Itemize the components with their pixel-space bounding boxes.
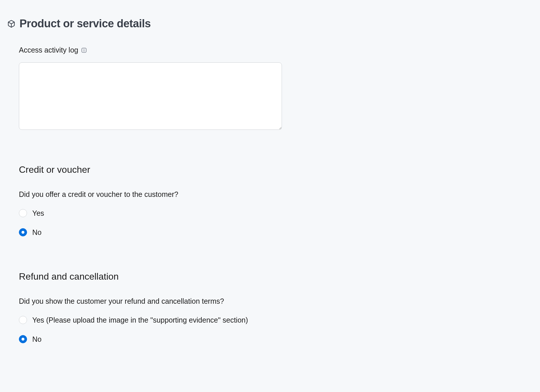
activity-log-label: Access activity log [19, 46, 78, 54]
credit-voucher-yes-option[interactable]: Yes [19, 208, 278, 219]
radio-label-yes: Yes (Please upload the image in the "sup… [32, 315, 248, 326]
page-title: Product or service details [19, 17, 151, 30]
radio-label-yes: Yes [32, 208, 44, 219]
radio-input-selected[interactable] [19, 228, 27, 236]
radio-input-selected[interactable] [19, 335, 27, 343]
radio-input-unselected[interactable] [19, 316, 27, 324]
page-header: Product or service details [7, 17, 278, 30]
package-icon [7, 20, 15, 28]
activity-log-label-row: Access activity log [19, 46, 278, 54]
form-content: Access activity log Credit or voucher Di… [7, 46, 278, 345]
credit-voucher-question: Did you offer a credit or voucher to the… [19, 190, 278, 199]
refund-cancellation-radio-group: Yes (Please upload the image in the "sup… [19, 315, 278, 345]
svg-point-3 [84, 49, 84, 49]
refund-cancellation-heading: Refund and cancellation [19, 271, 278, 282]
activity-log-field-group: Access activity log [19, 46, 278, 131]
radio-label-no: No [32, 334, 42, 345]
refund-cancellation-question: Did you show the customer your refund an… [19, 297, 278, 305]
credit-voucher-no-option[interactable]: No [19, 227, 278, 238]
radio-input-unselected[interactable] [19, 209, 27, 217]
info-icon[interactable] [81, 47, 87, 53]
radio-label-no: No [32, 227, 42, 238]
refund-cancellation-no-option[interactable]: No [19, 334, 278, 345]
activity-log-textarea[interactable] [19, 62, 282, 130]
credit-voucher-radio-group: Yes No [19, 208, 278, 238]
credit-voucher-heading: Credit or voucher [19, 164, 278, 175]
refund-cancellation-yes-option[interactable]: Yes (Please upload the image in the "sup… [19, 315, 278, 326]
credit-voucher-section: Credit or voucher Did you offer a credit… [19, 164, 278, 238]
refund-cancellation-section: Refund and cancellation Did you show the… [19, 271, 278, 345]
